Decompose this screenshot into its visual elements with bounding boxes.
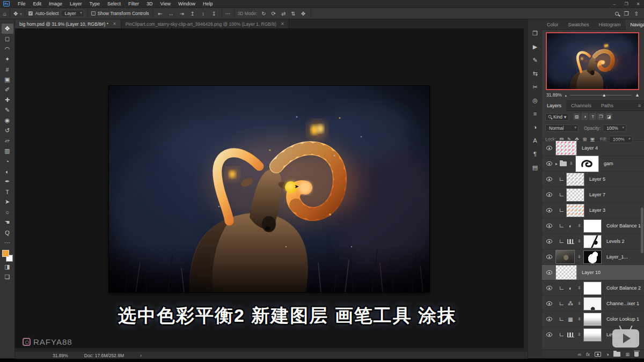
color-swatches[interactable] (2, 250, 13, 262)
layer-thumbnail[interactable] (566, 188, 584, 202)
menu-filter[interactable]: Filter (125, 0, 143, 8)
status-zoom-value[interactable]: 31.89% (53, 353, 68, 358)
visibility-eye-icon[interactable] (546, 146, 552, 150)
tab-swatches[interactable]: Swatches (564, 19, 594, 30)
tab-color[interactable]: Color (542, 19, 564, 30)
move-tool-icon[interactable]: ✥ (13, 11, 18, 17)
panel-menu-icon[interactable]: ≡ (638, 103, 644, 108)
document-tab-active[interactable]: big horn.psd @ 31.9% (Layer 10, RGB/8#) … (15, 19, 121, 28)
navigator-zoom-value[interactable]: 31.89% (546, 92, 562, 98)
layer-name[interactable]: Color Lookup 1 (606, 316, 639, 322)
3d-rotate-icon[interactable]: ↻ (259, 11, 268, 17)
foreground-color-swatch[interactable] (2, 250, 9, 257)
mask-link-icon[interactable]: ∞ (577, 301, 582, 306)
quick-select-tool[interactable]: ✦ (2, 54, 13, 64)
zoom-slider-thumb[interactable]: ▲ (602, 93, 606, 98)
adjustment-layer-row[interactable]: ◐ ∞ Color Balance 1 (542, 218, 644, 234)
new-group-icon[interactable] (613, 352, 620, 357)
clone-source-panel-icon[interactable]: ⇆ (530, 69, 540, 78)
layer-row[interactable]: Layer 5 (542, 172, 644, 187)
layer-thumbnail[interactable] (555, 250, 575, 264)
minimize-button[interactable]: – (609, 0, 620, 8)
hand-tool[interactable]: ☚ (2, 217, 13, 227)
layer-row-selected[interactable]: Layer 10 (542, 265, 644, 280)
tab-paths[interactable]: Paths (596, 100, 618, 111)
eyedropper-tool[interactable]: ✐ (2, 85, 13, 95)
add-mask-icon[interactable] (595, 352, 601, 357)
mask-link-icon[interactable]: ∞ (577, 286, 582, 290)
visibility-eye-icon[interactable] (546, 255, 552, 259)
blend-mode-dropdown[interactable]: Normal (545, 124, 579, 132)
visibility-eye-icon[interactable] (546, 239, 552, 243)
channel-mixer-icon[interactable]: ⁂ (566, 301, 575, 307)
visibility-eye-icon[interactable] (546, 208, 552, 212)
zoom-out-icon[interactable]: ▴ (565, 93, 567, 97)
marquee-tool[interactable]: ◻ (2, 34, 13, 44)
restore-button[interactable]: ❐ (620, 0, 632, 8)
crop-tool[interactable]: # (2, 64, 13, 75)
notes-panel-icon[interactable]: ✂ (530, 83, 540, 91)
layer-name[interactable]: gam (604, 161, 613, 166)
canvas-horizontal-scrollbar[interactable] (15, 348, 528, 352)
align-left-icon[interactable]: ⇤ (156, 11, 165, 17)
color-balance-icon[interactable]: ◐ (566, 285, 575, 291)
tab-close-icon[interactable]: ✕ (113, 21, 116, 26)
color-lookup-icon[interactable]: ▦ (566, 316, 575, 322)
timeline-panel-icon[interactable]: ◎ (530, 96, 540, 105)
tab-layers[interactable]: Layers (542, 100, 566, 111)
menu-layer[interactable]: Layer (66, 0, 86, 8)
menu-edit[interactable]: Edit (30, 0, 46, 8)
filter-smart-icon[interactable]: ◪ (605, 113, 612, 120)
layer-mask-thumbnail[interactable] (583, 250, 602, 264)
layer-thumbnail[interactable] (566, 204, 584, 217)
tab-channels[interactable]: Channels (566, 100, 596, 111)
visibility-eye-icon[interactable] (546, 270, 552, 275)
new-adjustment-icon[interactable]: ◑ (606, 352, 609, 357)
tab-close-icon[interactable]: ✕ (281, 21, 284, 26)
menu-type[interactable]: Type (86, 0, 104, 8)
layer-thumbnail[interactable] (555, 141, 577, 156)
brush-tool[interactable]: ✎ (2, 105, 13, 115)
visibility-eye-icon[interactable] (546, 301, 552, 306)
adjustments-panel-icon[interactable]: ◑ (530, 123, 540, 131)
mask-link-icon[interactable]: ∞ (577, 333, 582, 337)
frame-tool[interactable]: ▣ (2, 75, 13, 85)
layer-row[interactable]: Layer 3 (542, 203, 644, 218)
chevron-down-icon[interactable]: ▾ (20, 12, 21, 16)
expand-arrow-icon[interactable]: ▸ (555, 161, 558, 166)
align-right-icon[interactable]: ⇥ (178, 11, 186, 17)
pen-tool[interactable]: ✒ (2, 176, 13, 187)
layers-scrollbar-thumb[interactable] (641, 208, 643, 253)
document-tab-inactive[interactable]: PinClipart.com_starry-sky-clip-art_39464… (121, 19, 289, 28)
layer-effects-icon[interactable]: fx (586, 352, 590, 357)
tab-navigator[interactable]: Navigator (626, 19, 644, 30)
show-transform-checkbox[interactable] (91, 11, 96, 16)
character-panel-icon[interactable]: A (530, 136, 540, 145)
align-middle-icon[interactable]: ↕ (199, 11, 208, 17)
group-mask-thumbnail[interactable] (575, 156, 599, 172)
filter-shape-icon[interactable]: ❒ (597, 113, 604, 120)
new-layer-icon[interactable]: ⊞ (625, 352, 630, 357)
mask-link-icon[interactable]: ∞ (577, 317, 582, 321)
menu-file[interactable]: File (14, 0, 30, 8)
properties-panel-icon[interactable]: ≡ (530, 109, 540, 118)
share-icon[interactable]: ⇧ (634, 11, 639, 17)
levels-icon[interactable] (567, 333, 574, 337)
dodge-tool[interactable]: ◐ (2, 166, 13, 176)
photoshop-logo-icon[interactable]: Ps (3, 1, 10, 6)
layer-name[interactable]: Levels 2 (606, 239, 625, 244)
layer-mask-thumbnail[interactable] (583, 235, 602, 248)
menu-image[interactable]: Image (45, 0, 66, 8)
filter-type-icon[interactable]: T (589, 113, 596, 120)
layer-mask-thumbnail[interactable] (583, 297, 602, 311)
lasso-tool[interactable]: ◠ (2, 44, 13, 54)
paragraph-panel-icon[interactable]: ¶ (530, 150, 540, 158)
layer-name[interactable]: Layer 5 (589, 176, 605, 182)
3d-scale-icon[interactable]: ✥ (299, 11, 308, 17)
menu-view[interactable]: View (157, 0, 174, 8)
layer-name[interactable]: Layer 10 (582, 270, 601, 275)
path-select-tool[interactable]: ➤ (2, 197, 13, 207)
menu-window[interactable]: Window (174, 0, 199, 8)
opacity-value[interactable]: 100% (603, 124, 626, 132)
shape-tool[interactable]: ○ (2, 207, 13, 217)
